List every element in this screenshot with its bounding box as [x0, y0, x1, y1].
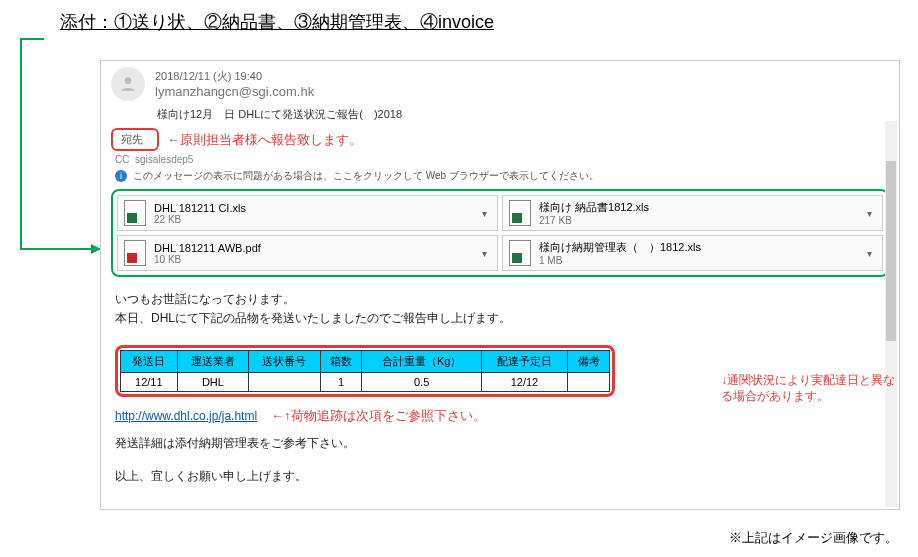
th-eta: 配達予定日 — [481, 351, 567, 373]
excel-icon — [124, 200, 146, 226]
th-carrier: 運送業者 — [177, 351, 249, 373]
arrow-decor — [20, 248, 100, 250]
th-sendDate: 発送日 — [121, 351, 178, 373]
scrollbar-thumb[interactable] — [886, 161, 896, 341]
shipping-table: 発送日 運送業者 送状番号 箱数 合計重量（Kg） 配達予定日 備考 12/11… — [120, 350, 610, 392]
security-text: このメッセージの表示に問題がある場合は、ここをクリックして Web ブラウザーで… — [133, 169, 599, 183]
excel-icon — [509, 240, 531, 266]
attachment-item[interactable]: DHL 181211 AWB.pdf 10 KB ▾ — [117, 235, 498, 271]
cc-field: CC sgisalesdep5 — [101, 153, 899, 167]
page-title: 添付：①送り状、②納品書、③納期管理表、④invoice — [60, 10, 494, 34]
body-line: 以上、宜しくお願い申し上げます。 — [115, 468, 885, 485]
attachment-item[interactable]: 様向け納期管理表（ ）1812.xls 1 MB ▾ — [502, 235, 883, 271]
attachment-item[interactable]: 様向け 納品書1812.xls 217 KB ▾ — [502, 195, 883, 231]
footer-annotation: ※上記はイメージ画像です。 — [729, 529, 898, 547]
file-size: 217 KB — [539, 215, 855, 226]
email-subject: 様向け12月 日 DHLにて発送状況ご報告( )2018 — [101, 105, 899, 126]
file-name: DHL 181211 AWB.pdf — [154, 242, 470, 254]
td-boxes: 1 — [320, 373, 362, 392]
attachment-item[interactable]: DHL 181211 CI.xls 22 KB ▾ — [117, 195, 498, 231]
chevron-down-icon[interactable]: ▾ — [863, 248, 876, 259]
td-weight: 0.5 — [362, 373, 481, 392]
td-waybill — [249, 373, 321, 392]
bracket-decor — [20, 38, 22, 250]
body-line: いつもお世話になっております。 — [115, 291, 885, 308]
td-remark — [568, 373, 610, 392]
th-boxes: 箱数 — [320, 351, 362, 373]
security-message[interactable]: i このメッセージの表示に問題がある場合は、ここをクリックして Web ブラウザ… — [101, 167, 899, 187]
excel-icon — [509, 200, 531, 226]
body-line: 本日、DHLにて下記の品物を発送いたしましたのでご報告申し上げます。 — [115, 310, 885, 327]
th-weight: 合計重量（Kg） — [362, 351, 481, 373]
email-preview: 2018/12/11 (火) 19:40 lymanzhangcn@sgi.co… — [100, 60, 900, 510]
table-row: 12/11 DHL 1 0.5 12/12 — [121, 373, 610, 392]
pdf-icon — [124, 240, 146, 266]
svg-point-0 — [125, 77, 132, 84]
email-from: lymanzhangcn@sgi.com.hk — [155, 84, 314, 99]
body-line: 発送詳細は添付納期管理表をご参考下さい。 — [115, 435, 885, 452]
tracking-link[interactable]: http://www.dhl.co.jp/ja.html — [115, 409, 257, 423]
file-name: 様向け納期管理表（ ）1812.xls — [539, 240, 855, 255]
th-remark: 備考 — [568, 351, 610, 373]
chevron-down-icon[interactable]: ▾ — [478, 208, 491, 219]
cc-label: CC — [115, 154, 129, 165]
to-annotation: ←原則担当者様へ報告致します。 — [167, 131, 362, 149]
th-waybill: 送状番号 — [249, 351, 321, 373]
chevron-down-icon[interactable]: ▾ — [863, 208, 876, 219]
to-field: 宛先 — [111, 128, 159, 151]
td-eta: 12/12 — [481, 373, 567, 392]
attachments-container: DHL 181211 CI.xls 22 KB ▾ 様向け 納品書1812.xl… — [111, 189, 889, 277]
file-size: 1 MB — [539, 255, 855, 266]
cc-value: sgisalesdep5 — [135, 154, 193, 165]
info-icon: i — [115, 170, 127, 182]
td-sendDate: 12/11 — [121, 373, 178, 392]
file-name: DHL 181211 CI.xls — [154, 202, 470, 214]
body-annotation: ↓通関状況により実配達日と異なる場合があります。 — [721, 373, 899, 404]
file-size: 22 KB — [154, 214, 470, 225]
chevron-down-icon[interactable]: ▾ — [478, 248, 491, 259]
shipping-table-container: 発送日 運送業者 送状番号 箱数 合計重量（Kg） 配達予定日 備考 12/11… — [115, 345, 615, 397]
avatar — [111, 67, 145, 101]
file-name: 様向け 納品書1812.xls — [539, 200, 855, 215]
email-datetime: 2018/12/11 (火) 19:40 — [155, 69, 314, 84]
table-header-row: 発送日 運送業者 送状番号 箱数 合計重量（Kg） 配達予定日 備考 — [121, 351, 610, 373]
bracket-decor — [20, 38, 44, 40]
email-body: いつもお世話になっております。 本日、DHLにて下記の品物を発送いたしましたので… — [101, 285, 899, 335]
file-size: 10 KB — [154, 254, 470, 265]
tracking-annotation: ←↑荷物追跡は次項をご参照下さい。 — [271, 407, 486, 425]
td-carrier: DHL — [177, 373, 249, 392]
